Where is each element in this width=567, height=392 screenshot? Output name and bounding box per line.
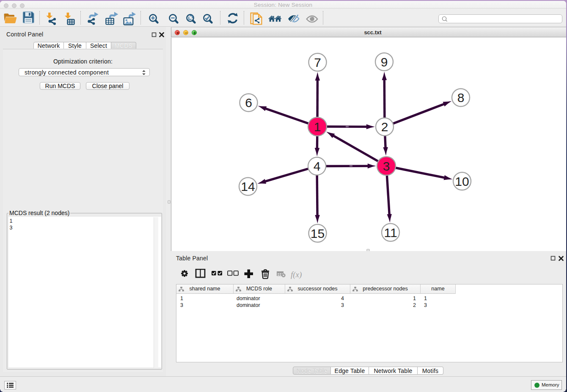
svg-text:2: 2	[381, 120, 388, 134]
svg-text:9: 9	[381, 55, 388, 69]
svg-text:11: 11	[384, 226, 397, 240]
svg-text:14: 14	[241, 179, 255, 193]
svg-text:7: 7	[314, 55, 321, 69]
svg-text:3: 3	[383, 159, 390, 173]
svg-text:8: 8	[457, 91, 465, 105]
svg-text:10: 10	[455, 174, 469, 188]
svg-text:6: 6	[245, 96, 252, 110]
svg-text:15: 15	[311, 226, 325, 240]
svg-text:4: 4	[314, 159, 321, 173]
svg-text:f(x): f(x)	[291, 270, 302, 279]
svg-text:1: 1	[314, 120, 321, 134]
